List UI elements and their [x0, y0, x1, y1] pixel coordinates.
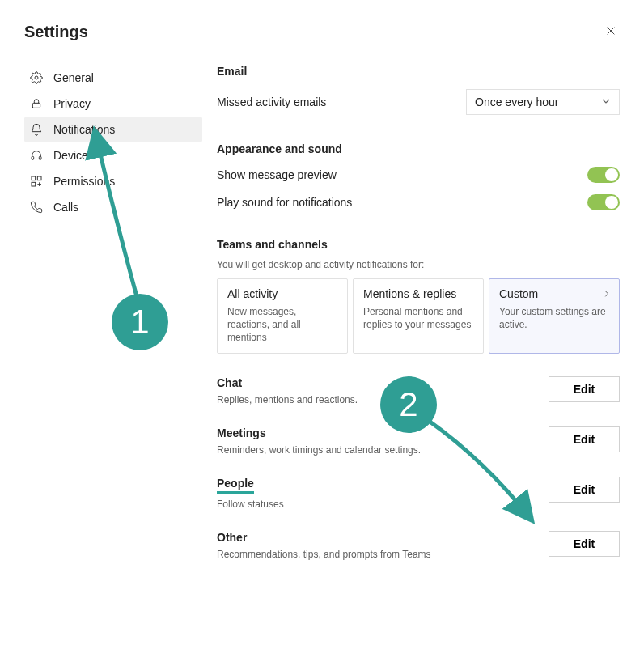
card-all-activity[interactable]: All activity New messages, reactions, an…: [217, 278, 348, 354]
show-preview-label: Show message preview: [217, 168, 337, 181]
group-other: Other Recommendations, tips, and prompts…: [217, 531, 620, 560]
sidebar-item-label: General: [53, 71, 94, 84]
sidebar: General Privacy Notifications Devices: [24, 65, 202, 581]
page-title: Settings: [24, 23, 88, 41]
main-content: Email Missed activity emails Once every …: [202, 65, 620, 581]
gear-icon: [29, 70, 44, 85]
close-button[interactable]: [602, 21, 620, 42]
svg-rect-4: [32, 176, 36, 180]
section-title: Email: [217, 65, 620, 78]
svg-rect-3: [39, 156, 41, 159]
group-sub: Replies, mentions and reactions.: [217, 394, 358, 405]
group-title: People: [217, 477, 254, 494]
card-mentions-replies[interactable]: Mentions & replies Personal mentions and…: [353, 278, 484, 354]
section-email: Email Missed activity emails Once every …: [217, 65, 620, 115]
close-icon: [605, 23, 616, 40]
section-appearance: Appearance and sound Show message previe…: [217, 142, 620, 210]
chevron-right-icon: [603, 289, 611, 300]
card-desc: Personal mentions and replies to your me…: [363, 305, 473, 331]
dropdown-value: Once every hour: [475, 95, 559, 108]
svg-rect-2: [32, 156, 34, 159]
svg-rect-5: [37, 176, 41, 180]
play-sound-label: Play sound for notifications: [217, 196, 352, 209]
card-desc: Your custom settings are active.: [499, 305, 609, 331]
sidebar-item-devices[interactable]: Devices: [24, 142, 202, 168]
bell-icon: [29, 122, 44, 137]
card-desc: New messages, reactions, and all mention…: [227, 305, 337, 345]
missed-activity-dropdown[interactable]: Once every hour: [466, 89, 620, 115]
svg-point-0: [35, 76, 38, 79]
section-teams-channels: Teams and channels You will get desktop …: [217, 238, 620, 354]
sidebar-item-label: Permissions: [53, 175, 115, 188]
card-custom[interactable]: Custom Your custom settings are active.: [489, 278, 620, 354]
missed-activity-label: Missed activity emails: [217, 95, 326, 108]
card-title: All activity: [227, 287, 337, 300]
group-title: Other: [217, 531, 431, 544]
play-sound-toggle[interactable]: [587, 194, 620, 210]
sidebar-item-general[interactable]: General: [24, 65, 202, 91]
teams-hint-text: You will get desktop and activity notifi…: [217, 259, 620, 270]
sidebar-item-label: Privacy: [53, 97, 91, 110]
edit-chat-button[interactable]: Edit: [549, 376, 620, 402]
edit-other-button[interactable]: Edit: [549, 531, 620, 557]
group-title: Meetings: [217, 426, 421, 439]
group-meetings: Meetings Reminders, work timings and cal…: [217, 426, 620, 456]
group-chat: Chat Replies, mentions and reactions. Ed…: [217, 376, 620, 405]
sidebar-item-label: Calls: [53, 201, 78, 214]
sidebar-item-privacy[interactable]: Privacy: [24, 91, 202, 117]
section-title: Teams and channels: [217, 238, 620, 251]
group-people: People Follow statuses Edit: [217, 477, 620, 510]
group-title: Chat: [217, 376, 358, 389]
edit-people-button[interactable]: Edit: [549, 477, 620, 503]
sidebar-item-notifications[interactable]: Notifications: [24, 117, 202, 142]
sidebar-item-permissions[interactable]: Permissions: [24, 168, 202, 194]
apps-icon: [29, 174, 44, 189]
show-preview-toggle[interactable]: [587, 167, 620, 183]
phone-icon: [29, 200, 44, 214]
card-title: Mentions & replies: [363, 287, 473, 300]
sidebar-item-calls[interactable]: Calls: [24, 194, 202, 220]
sidebar-item-label: Notifications: [53, 123, 115, 136]
headset-icon: [29, 148, 44, 163]
chevron-down-icon: [601, 95, 611, 108]
section-title: Appearance and sound: [217, 142, 620, 155]
lock-icon: [29, 96, 44, 111]
group-sub: Recommendations, tips, and prompts from …: [217, 549, 431, 560]
sidebar-item-label: Devices: [53, 149, 94, 162]
edit-meetings-button[interactable]: Edit: [549, 426, 620, 452]
group-sub: Reminders, work timings and calendar set…: [217, 444, 421, 456]
svg-rect-1: [32, 103, 40, 108]
card-title: Custom: [499, 287, 609, 300]
group-sub: Follow statuses: [217, 499, 284, 510]
svg-rect-6: [32, 182, 36, 186]
